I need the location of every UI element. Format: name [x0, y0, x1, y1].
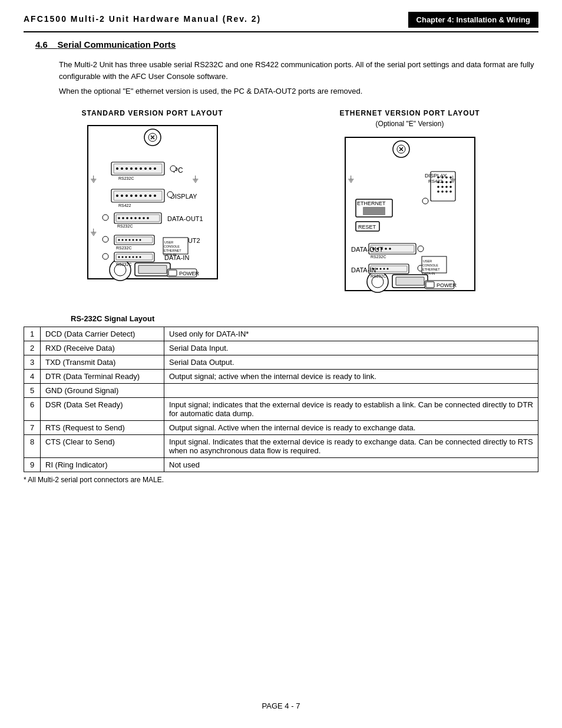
svg-point-136 — [379, 268, 381, 269]
ethernet-sublabel: (Optional "E" Version) — [376, 120, 444, 128]
svg-point-63 — [103, 236, 108, 242]
body-paragraph-1: The Multi-2 Unit has three usable serial… — [59, 59, 538, 82]
svg-point-75 — [132, 256, 134, 258]
svg-rect-8 — [138, 265, 167, 274]
row-num: 3 — [24, 355, 41, 369]
svg-rect-97 — [363, 207, 385, 215]
svg-text:DISPLAY: DISPLAY — [170, 193, 197, 200]
svg-text:RS232C: RS232C — [371, 274, 386, 278]
page: AFC1500 Multi-2 Unit Hardware Manual (Re… — [0, 0, 562, 728]
svg-point-56 — [125, 239, 127, 241]
svg-text:RS232C: RS232C — [117, 224, 133, 228]
svg-point-115 — [445, 190, 448, 193]
svg-point-114 — [441, 190, 444, 193]
section-title: 4.6 Serial Communication Ports — [35, 39, 176, 50]
svg-point-13 — [116, 167, 118, 170]
row-num: 7 — [24, 420, 41, 434]
svg-rect-82 — [168, 270, 177, 276]
table-row: 8CTS (Clear to Send)Input signal. Indica… — [24, 434, 538, 457]
svg-point-112 — [449, 186, 452, 188]
svg-point-76 — [135, 256, 137, 258]
svg-point-71 — [118, 256, 120, 258]
svg-point-137 — [383, 268, 385, 269]
svg-text:RESET: RESET — [358, 224, 376, 230]
row-description: Not used — [164, 457, 538, 472]
svg-text:⏚: ⏚ — [91, 173, 97, 183]
svg-text:CONSOLE: CONSOLE — [422, 263, 438, 267]
svg-point-17 — [135, 167, 137, 170]
svg-point-59 — [135, 239, 137, 241]
svg-point-54 — [118, 239, 120, 241]
page-number: PAGE 4 - 7 — [262, 701, 300, 710]
svg-text:DATA-OUT1: DATA-OUT1 — [167, 215, 203, 222]
table-section: RS-232C Signal Layout 1DCD (Data Carrier… — [24, 314, 538, 484]
row-signal: DSR (Data Set Ready) — [41, 397, 164, 420]
svg-point-27 — [116, 195, 118, 197]
svg-point-72 — [121, 256, 123, 258]
svg-point-46 — [138, 217, 141, 219]
row-num: 2 — [24, 341, 41, 355]
svg-text:DATA-IN: DATA-IN — [351, 266, 376, 274]
svg-point-80 — [103, 253, 108, 259]
svg-point-110 — [441, 186, 444, 188]
table-row: 1DCD (Data Carrier Detect)Used only for … — [24, 327, 538, 341]
table-row: 9RI (Ring Indicator)Not used — [24, 457, 538, 472]
svg-point-113 — [437, 190, 439, 193]
row-num: 9 — [24, 457, 41, 472]
svg-text:RS232C: RS232C — [118, 176, 134, 180]
svg-point-38 — [167, 192, 173, 197]
svg-text:RS232C: RS232C — [116, 262, 131, 266]
svg-text:RS422: RS422 — [118, 203, 131, 207]
svg-point-21 — [154, 167, 156, 170]
row-signal: TXD (Transmit Data) — [41, 355, 164, 369]
svg-text:POWER: POWER — [437, 282, 457, 288]
svg-text:DATA-IN: DATA-IN — [422, 272, 435, 275]
row-num: 8 — [24, 434, 41, 457]
table-row: 6DSR (Data Set Ready)Input signal; indic… — [24, 397, 538, 420]
svg-point-42 — [122, 217, 124, 219]
row-num: 1 — [24, 327, 41, 341]
table-footnote: * All Multi-2 serial port connectors are… — [24, 476, 538, 484]
row-signal: CTS (Clear to Send) — [41, 434, 164, 457]
svg-point-32 — [140, 195, 142, 197]
standard-diagram: STANDARD VERSION PORT LAYOUT ⏚ — [76, 109, 229, 297]
svg-point-109 — [437, 186, 439, 188]
table-title: RS-232C Signal Layout — [71, 314, 538, 323]
svg-text:DISPLAY: DISPLAY — [425, 173, 447, 179]
manual-title: AFC1500 Multi-2 Unit Hardware Manual (Re… — [24, 12, 261, 28]
svg-point-41 — [118, 217, 120, 219]
ethernet-label: ETHERNET VERSION PORT LAYOUT — [339, 109, 480, 117]
svg-point-16 — [130, 167, 133, 170]
svg-text:ETHERNET: ETHERNET — [164, 249, 181, 252]
svg-point-30 — [130, 195, 133, 197]
row-signal: RTS (Request to Send) — [41, 420, 164, 434]
table-row: 2RXD (Receive Data)Serial Data Input. — [24, 341, 538, 355]
svg-rect-70 — [116, 254, 153, 260]
row-num: 4 — [24, 369, 41, 383]
svg-point-35 — [154, 195, 156, 197]
svg-point-119 — [422, 198, 428, 204]
svg-point-15 — [125, 167, 128, 170]
svg-text:⏚: ⏚ — [450, 173, 456, 183]
svg-text:RS232C: RS232C — [116, 246, 131, 250]
svg-point-45 — [134, 217, 137, 219]
svg-text:RS232C: RS232C — [371, 255, 386, 259]
body-paragraph-2: When the optional "E" ethernet version i… — [59, 85, 538, 97]
svg-point-48 — [147, 217, 149, 219]
svg-point-31 — [135, 195, 137, 197]
row-description: Input signal. Indicates that the externa… — [164, 434, 538, 457]
ethernet-port-svg: ⏚ ETHERNET RESET — [333, 131, 487, 297]
svg-point-111 — [445, 186, 448, 188]
svg-point-60 — [139, 239, 141, 241]
row-description — [164, 383, 538, 397]
svg-point-34 — [149, 195, 151, 197]
diagrams-area: STANDARD VERSION PORT LAYOUT ⏚ — [24, 109, 538, 297]
svg-text:⏚: ⏚ — [91, 226, 97, 236]
row-num: 6 — [24, 397, 41, 420]
row-description: Input signal; indicates that the externa… — [164, 397, 538, 420]
row-description: Serial Data Input. — [164, 341, 538, 355]
row-description: Used only for DATA-IN* — [164, 327, 538, 341]
svg-text:POWER: POWER — [179, 271, 200, 276]
ethernet-diagram: ETHERNET VERSION PORT LAYOUT (Optional "… — [333, 109, 487, 297]
svg-text:⏚: ⏚ — [193, 173, 199, 183]
